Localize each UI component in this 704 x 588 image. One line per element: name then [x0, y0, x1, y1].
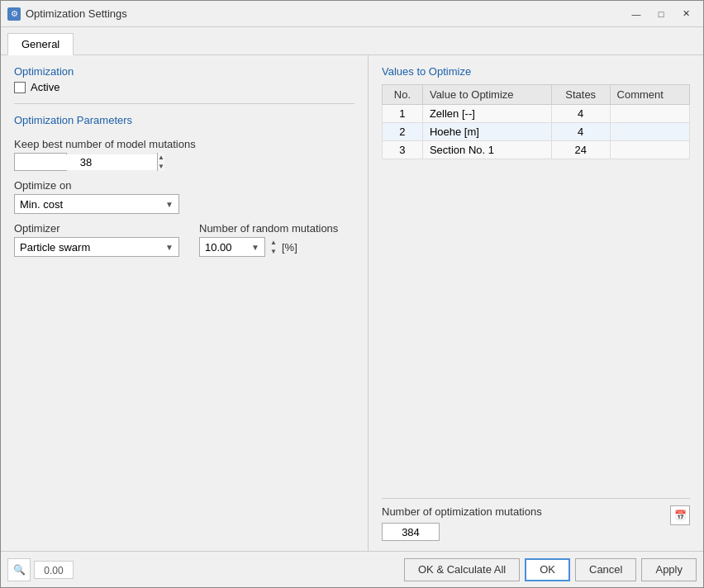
keep-best-label: Keep best number of model mutations — [14, 138, 354, 150]
maximize-button[interactable]: □ — [650, 6, 672, 22]
cell-no: 2 — [383, 123, 423, 141]
cell-no: 3 — [383, 141, 423, 159]
table-row[interactable]: 1 Zellen [--] 4 — [383, 105, 690, 123]
mutations-count-label: Number of optimization mutations — [382, 505, 542, 518]
left-panel: Optimization Active Optimization Paramet… — [1, 55, 369, 551]
mutations-spinners: ▲ ▼ — [269, 238, 278, 256]
random-mutations-col: Number of random mutations 10.00 ▼ ▲ ▼ [… — [199, 222, 338, 257]
search-button[interactable]: 🔍 — [7, 558, 31, 581]
col-states: States — [551, 85, 610, 105]
col-value: Value to Optimize — [422, 85, 551, 105]
minimize-button[interactable]: — — [626, 6, 647, 22]
table-header-row: No. Value to Optimize States Comment — [383, 85, 690, 105]
cell-states: 24 — [551, 141, 610, 159]
keep-best-spinbox[interactable]: ▲ ▼ — [14, 153, 67, 171]
window-icon: ⚙ — [7, 7, 21, 21]
window-title: Optimization Settings — [26, 7, 626, 20]
mutations-down[interactable]: ▼ — [269, 247, 278, 256]
cell-value: Zellen [--] — [422, 105, 551, 123]
optimizer-label: Optimizer — [14, 222, 179, 235]
cell-states: 4 — [551, 123, 610, 141]
keep-best-down[interactable]: ▼ — [158, 162, 164, 171]
table-row[interactable]: 3 Section No. 1 24 — [383, 141, 690, 159]
search-icon: 🔍 — [13, 564, 26, 576]
close-button[interactable]: ✕ — [675, 6, 697, 22]
optimizer-col: Optimizer Particle swarm ▼ — [14, 222, 179, 257]
random-mutations-label: Number of random mutations — [199, 222, 338, 235]
cell-comment — [610, 105, 689, 123]
keep-best-field: Keep best number of model mutations ▲ ▼ — [14, 138, 354, 171]
footer-actions: OK & Calculate All OK Cancel Apply — [404, 558, 697, 581]
mutations-unit: [%] — [282, 241, 297, 254]
mutations-up[interactable]: ▲ — [269, 238, 278, 247]
titlebar-controls: — □ ✕ — [626, 6, 697, 22]
tab-general[interactable]: General — [7, 33, 74, 55]
titlebar: ⚙ Optimization Settings — □ ✕ — [1, 1, 703, 27]
col-comment: Comment — [610, 85, 689, 105]
optimizer-select[interactable]: Particle swarm ▼ — [14, 237, 179, 257]
spinbox-arrows: ▲ ▼ — [157, 153, 164, 171]
keep-best-up[interactable]: ▲ — [158, 153, 164, 162]
cell-comment — [610, 123, 689, 141]
ok-calculate-button[interactable]: OK & Calculate All — [404, 558, 520, 581]
optimizer-arrow: ▼ — [165, 243, 174, 252]
table-row[interactable]: 2 Hoehe [m] 4 — [383, 123, 690, 141]
tabs-bar: General — [1, 27, 703, 55]
content-area: Optimization Active Optimization Paramet… — [1, 55, 703, 551]
params-section: Optimization Parameters Keep best number… — [14, 114, 354, 257]
footer-left: 🔍 0.00 — [7, 558, 74, 581]
footer-value-display: 0.00 — [34, 561, 74, 579]
mutations-row: 10.00 ▼ ▲ ▼ [%] — [199, 237, 338, 257]
active-label: Active — [31, 81, 59, 93]
mutations-select[interactable]: 10.00 ▼ — [199, 237, 265, 257]
cell-value: Hoehe [m] — [422, 123, 551, 141]
active-checkbox[interactable] — [14, 82, 26, 93]
optimize-on-field: Optimize on Min. cost ▼ — [14, 179, 354, 214]
cell-comment — [610, 141, 689, 159]
apply-button[interactable]: Apply — [641, 558, 697, 581]
optimize-on-label: Optimize on — [14, 179, 354, 192]
params-section-title: Optimization Parameters — [14, 114, 354, 126]
values-title: Values to Optimize — [382, 65, 690, 78]
optimizer-value: Particle swarm — [20, 241, 165, 254]
optimization-settings-window: ⚙ Optimization Settings — □ ✕ General Op… — [0, 0, 704, 588]
mutations-count-value-input — [382, 523, 440, 541]
mutations-dropdown-arrow: ▼ — [251, 243, 259, 252]
cell-no: 1 — [383, 105, 423, 123]
optimizer-row: Optimizer Particle swarm ▼ Number of ran… — [14, 222, 354, 257]
ok-button[interactable]: OK — [525, 558, 570, 581]
footer: 🔍 0.00 OK & Calculate All OK Cancel Appl… — [1, 551, 703, 587]
right-panel: Values to Optimize No. Value to Optimize… — [369, 55, 703, 551]
calendar-button[interactable]: 📅 — [670, 505, 690, 525]
values-table: No. Value to Optimize States Comment 1 Z… — [382, 84, 690, 159]
cell-value: Section No. 1 — [422, 141, 551, 159]
cell-states: 4 — [551, 105, 610, 123]
keep-best-input[interactable] — [15, 154, 157, 170]
active-row: Active — [14, 81, 354, 93]
optimization-section-title: Optimization — [14, 65, 354, 78]
mutations-value: 10.00 — [205, 241, 251, 254]
optimize-on-select[interactable]: Min. cost ▼ — [14, 194, 179, 214]
optimize-on-value: Min. cost — [20, 198, 165, 211]
cancel-button[interactable]: Cancel — [575, 558, 636, 581]
optimize-on-arrow: ▼ — [165, 200, 174, 209]
optimization-section: Optimization Active — [14, 65, 354, 104]
mutations-count-area: Number of optimization mutations 📅 — [382, 498, 690, 541]
col-no: No. — [383, 85, 423, 105]
